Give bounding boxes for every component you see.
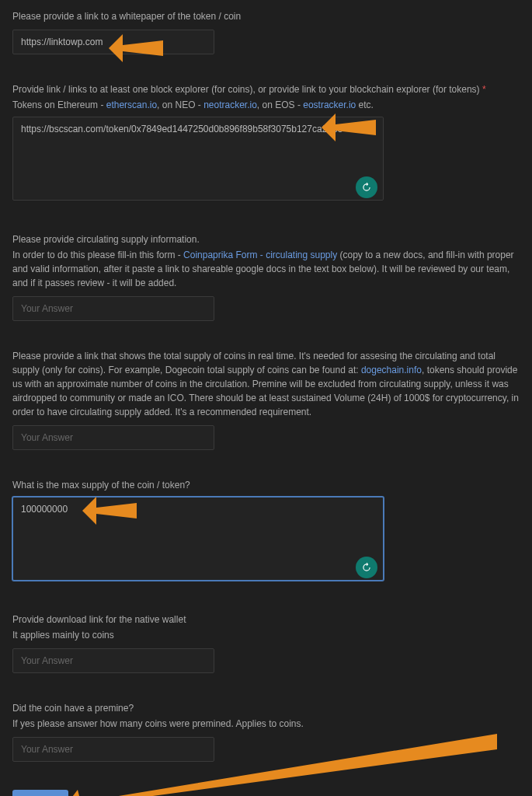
explorer-label: Provide link / links to at least one blo… (12, 82, 520, 96)
circulating-field: Please provide circulating supply inform… (12, 232, 520, 321)
circulating-sub-label: In order to do this please fill-in this … (12, 248, 520, 290)
maxsupply-textarea[interactable] (12, 497, 384, 581)
explorer-textarea[interactable] (12, 117, 384, 201)
premine-label: Did the coin have a premine? (12, 701, 520, 715)
coinpaprika-form-link[interactable]: Coinpaprika Form - circulating supply (183, 250, 337, 260)
whitepaper-label: Please provide a link to a whitepaper of… (12, 9, 520, 23)
submit-button[interactable]: Submit (12, 790, 68, 796)
maxsupply-label: What is the max supply of the coin / tok… (12, 478, 520, 492)
required-star: * (482, 84, 486, 95)
totalsupply-input[interactable] (12, 425, 214, 450)
grammarly-icon (356, 557, 377, 578)
grammarly-icon (356, 176, 377, 198)
premine-input[interactable] (12, 737, 214, 762)
submit-row: Submit (12, 790, 520, 796)
explorer-sub-label: Tokens on Ethereum - etherscan.io, on NE… (12, 98, 520, 112)
dogechain-link[interactable]: dogechain.info (361, 365, 422, 375)
eostracker-link[interactable]: eostracker.io (303, 100, 356, 110)
circulating-input[interactable] (12, 296, 214, 321)
wallet-label: Provide download link for the native wal… (12, 613, 520, 627)
circulating-label: Please provide circulating supply inform… (12, 232, 520, 246)
maxsupply-field: What is the max supply of the coin / tok… (12, 478, 520, 585)
premine-sub-label: If yes please answer how many coins were… (12, 717, 520, 731)
whitepaper-input[interactable] (12, 30, 214, 54)
etherscan-link[interactable]: etherscan.io (106, 100, 157, 110)
wallet-field: Provide download link for the native wal… (12, 613, 520, 673)
whitepaper-field: Please provide a link to a whitepaper of… (12, 9, 520, 54)
explorer-field: Provide link / links to at least one blo… (12, 82, 520, 204)
totalsupply-label: Please provide a link that shows the tot… (12, 349, 520, 419)
wallet-sub-label: It applies mainly to coins (12, 628, 520, 642)
wallet-input[interactable] (12, 648, 214, 673)
totalsupply-field: Please provide a link that shows the tot… (12, 349, 520, 450)
neotracker-link[interactable]: neotracker.io (203, 100, 257, 110)
premine-field: Did the coin have a premine? If yes plea… (12, 701, 520, 762)
